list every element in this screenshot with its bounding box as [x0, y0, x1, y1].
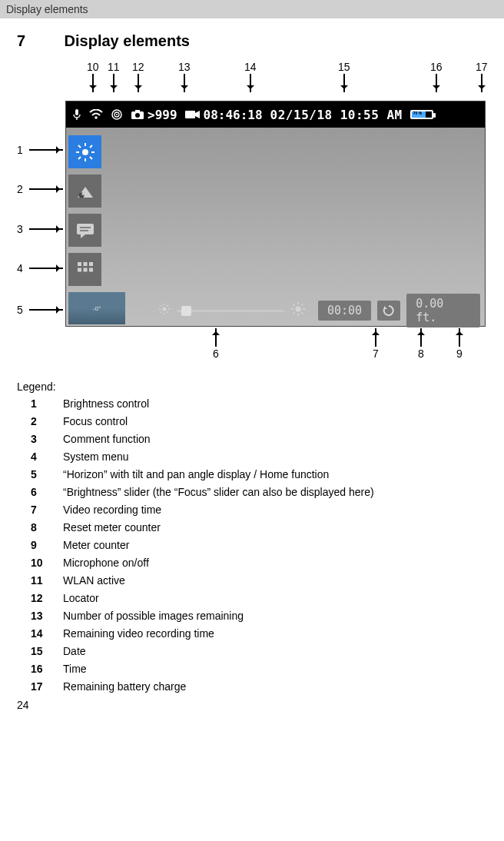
legend-text: Remaining battery charge: [63, 680, 186, 693]
legend-number: 15: [17, 645, 63, 657]
microphone-icon: [72, 108, 81, 121]
legend-row-4: 4System menu: [17, 450, 487, 463]
svg-line-44: [293, 304, 295, 306]
brightness-slider[interactable]: [177, 310, 284, 312]
callout-2: 2: [17, 183, 63, 195]
legend-row-17: 17Remaining battery charge: [17, 680, 487, 693]
legend-number: 5: [17, 468, 63, 480]
callout-14: 14: [244, 61, 257, 92]
legend-text: Meter counter: [63, 539, 129, 551]
svg-point-2: [94, 116, 98, 119]
camera-display: >999 08:46:18 02/15/18 10:55 AM 70 %: [65, 101, 486, 327]
svg-rect-9: [185, 111, 195, 118]
legend-row-7: 7Video recording time: [17, 504, 487, 516]
svg-point-39: [296, 307, 301, 312]
photo-count-value: >999: [148, 108, 177, 122]
page-content: 7 Display elements 1011121314151617 1234…: [0, 18, 504, 719]
legend-text: Date: [63, 645, 86, 657]
legend-text: “Brightness” slider (the “Focus” slider …: [63, 486, 374, 498]
svg-rect-26: [89, 262, 93, 266]
callout-11: 11: [108, 61, 120, 92]
legend-text: Brightness control: [63, 397, 149, 410]
video-icon: [185, 110, 201, 119]
wifi-icon: [89, 109, 103, 120]
section-title-text: Display elements: [65, 32, 190, 49]
callout-13: 13: [178, 61, 191, 92]
callout-4: 4: [17, 262, 63, 274]
legend-text: Number of possible images remaining: [63, 610, 244, 622]
svg-rect-0: [75, 109, 78, 115]
svg-point-5: [116, 114, 118, 115]
locator-icon: [111, 108, 123, 121]
legend-text: “Horizon” with tilt and pan angle displa…: [63, 468, 329, 480]
svg-line-38: [167, 305, 169, 307]
running-header: Display elements: [0, 0, 504, 18]
camera-bottom-bar: 00:00 0.00 ft.: [158, 298, 480, 323]
callout-8: 8: [418, 328, 424, 360]
legend-number: 16: [17, 663, 63, 675]
svg-rect-27: [78, 268, 81, 271]
callout-3: 3: [17, 223, 63, 235]
legend-number: 11: [17, 574, 63, 587]
brightness-button[interactable]: [68, 135, 101, 168]
legend-number: 4: [17, 450, 63, 463]
camera-icon: [131, 109, 144, 120]
svg-line-35: [161, 305, 162, 307]
legend-row-2: 2Focus control: [17, 415, 487, 427]
callout-12: 12: [132, 61, 144, 92]
legend-text: WLAN active: [63, 574, 125, 587]
legend-number: 9: [17, 539, 63, 551]
svg-rect-28: [83, 268, 87, 271]
svg-line-36: [167, 312, 169, 314]
svg-point-20: [81, 193, 84, 195]
system-menu-button[interactable]: [68, 253, 101, 286]
legend-number: 8: [17, 521, 63, 534]
legend-number: 2: [17, 415, 63, 427]
legend-row-1: 1Brightness control: [17, 397, 487, 410]
legend-row-15: 15Date: [17, 645, 487, 657]
legend-row-14: 14Remaining video recording time: [17, 627, 487, 640]
comment-button[interactable]: [68, 214, 101, 247]
svg-rect-7: [135, 110, 140, 112]
legend-number: 7: [17, 504, 63, 516]
legend-row-12: 12Locator: [17, 592, 487, 604]
svg-rect-24: [78, 262, 81, 266]
page-number: 24: [17, 699, 487, 711]
legend-text: Remaining video recording time: [63, 627, 214, 640]
meter-counter: 0.00 ft.: [406, 294, 480, 327]
legend-row-5: 5“Horizon” with tilt and pan angle displ…: [17, 468, 487, 480]
running-title: Display elements: [6, 3, 88, 15]
callout-17: 17: [476, 61, 488, 92]
svg-point-10: [82, 149, 88, 155]
svg-point-8: [135, 113, 140, 118]
legend-row-8: 8Reset meter counter: [17, 521, 487, 534]
svg-line-18: [90, 145, 92, 148]
legend-number: 1: [17, 397, 63, 410]
legend-number: 6: [17, 486, 63, 498]
legend-text: Locator: [63, 592, 99, 604]
svg-rect-25: [83, 262, 87, 266]
legend-row-11: 11WLAN active: [17, 574, 487, 587]
legend-row-6: 6“Brightness” slider (the “Focus” slider…: [17, 486, 487, 498]
legend-row-3: 3Comment function: [17, 433, 487, 445]
legend-text: Reset meter counter: [63, 521, 161, 534]
svg-line-46: [293, 313, 295, 314]
legend-number: 13: [17, 610, 63, 622]
svg-line-45: [302, 313, 303, 314]
svg-rect-1: [76, 118, 78, 120]
legend-number: 17: [17, 680, 63, 693]
callout-15: 15: [338, 61, 350, 92]
focus-button[interactable]: [68, 175, 101, 208]
legend-row-13: 13Number of possible images remaining: [17, 610, 487, 622]
callout-9: 9: [456, 328, 463, 360]
callout-1: 1: [17, 144, 63, 156]
svg-line-37: [161, 312, 162, 314]
section-heading: 7 Display elements: [17, 32, 487, 50]
legend-row-10: 10Microphone on/off: [17, 557, 487, 569]
reset-meter-button[interactable]: [377, 301, 400, 321]
legend-label: Legend:: [17, 381, 487, 393]
horizon-indicator[interactable]: -0°: [68, 292, 125, 324]
legend-number: 10: [17, 557, 63, 569]
date-display: 02/15/18: [270, 108, 333, 122]
legend-text: Comment function: [63, 433, 151, 445]
